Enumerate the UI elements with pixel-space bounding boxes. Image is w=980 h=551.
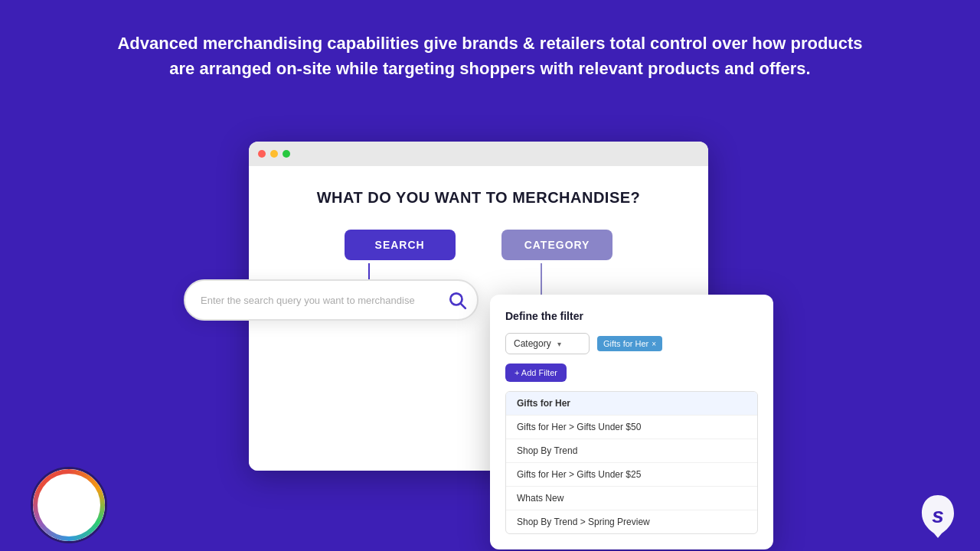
header-line2: are arranged on-site while targeting sho… bbox=[169, 59, 810, 78]
browser-titlebar bbox=[249, 142, 708, 166]
search-button[interactable]: SEARCH bbox=[345, 230, 456, 260]
browser-minimize-dot bbox=[270, 150, 278, 158]
search-box-wrapper: Enter the search query you want to merch… bbox=[184, 279, 479, 321]
tag-label: Gifts for Her bbox=[603, 339, 648, 348]
filter-row: Category ▾ Gifts for Her × bbox=[505, 333, 758, 354]
header-description: Advanced merchandising capabilities give… bbox=[0, 0, 980, 96]
svg-text:s: s bbox=[932, 504, 944, 527]
filter-panel: Define the filter Category ▾ Gifts for H… bbox=[490, 295, 773, 549]
dropdown-item-6[interactable]: Shop By Trend > Spring Preview bbox=[506, 510, 757, 533]
dropdown-item-1[interactable]: Gifts for Her bbox=[506, 392, 757, 416]
dropdown-list: Gifts for Her Gifts for Her > Gifts Unde… bbox=[505, 391, 758, 534]
category-dropdown[interactable]: Category ▾ bbox=[505, 333, 590, 354]
add-filter-row: + Add Filter bbox=[505, 364, 758, 382]
dropdown-item-2[interactable]: Gifts for Her > Gifts Under $50 bbox=[506, 416, 757, 439]
merchandise-button-row: SEARCH CATEGORY bbox=[264, 230, 693, 260]
header-line1: Advanced merchandising capabilities give… bbox=[117, 34, 862, 53]
dropdown-label: Category bbox=[514, 338, 551, 349]
merchandise-title: WHAT DO YOU WANT TO MERCHANDISE? bbox=[264, 189, 693, 207]
inc-5000-badge: AMERICA'S FASTEST GROWING Inc 5000 PRIVA… bbox=[31, 467, 107, 543]
inc-outer-ring bbox=[33, 469, 105, 541]
search-box[interactable]: Enter the search query you want to merch… bbox=[184, 279, 479, 321]
gifts-for-her-tag: Gifts for Her × bbox=[597, 336, 662, 351]
browser-close-dot bbox=[258, 150, 266, 158]
add-filter-button[interactable]: + Add Filter bbox=[505, 364, 567, 382]
chevron-down-icon: ▾ bbox=[557, 340, 561, 348]
svg-line-1 bbox=[461, 304, 466, 308]
search-icon-circle bbox=[440, 283, 474, 317]
inc-circle: AMERICA'S FASTEST GROWING Inc 5000 PRIVA… bbox=[31, 467, 107, 543]
shoplabs-icon: s bbox=[919, 494, 957, 540]
browser-maximize-dot bbox=[283, 150, 290, 158]
dropdown-item-5[interactable]: Whats New bbox=[506, 487, 757, 510]
tag-remove-icon[interactable]: × bbox=[652, 340, 656, 348]
dropdown-item-4[interactable]: Gifts for Her > Gifts Under $25 bbox=[506, 463, 757, 487]
filter-panel-title: Define the filter bbox=[505, 310, 758, 322]
category-button[interactable]: CATEGORY bbox=[501, 230, 613, 260]
search-icon bbox=[447, 290, 467, 310]
shoplabs-logo: s bbox=[919, 497, 957, 536]
dropdown-item-3[interactable]: Shop By Trend bbox=[506, 439, 757, 463]
search-placeholder: Enter the search query you want to merch… bbox=[201, 295, 415, 306]
